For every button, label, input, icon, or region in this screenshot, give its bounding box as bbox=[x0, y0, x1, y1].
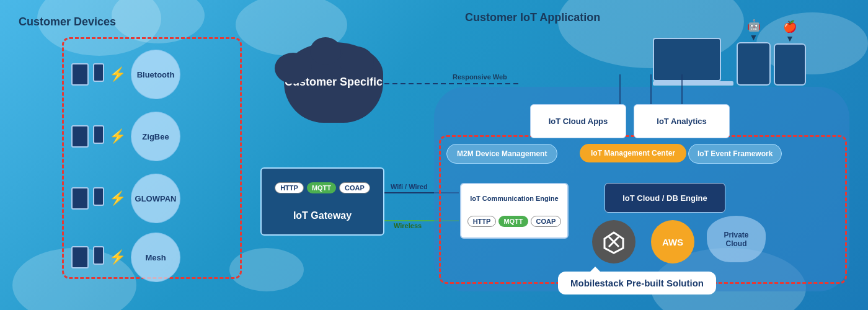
iot-management-pill: IoT Management Center bbox=[580, 144, 686, 162]
cloud-bump-3 bbox=[310, 37, 341, 65]
comm-http: HTTP bbox=[467, 216, 497, 227]
private-cloud: PrivateCloud bbox=[707, 216, 766, 262]
cloud-bump-1 bbox=[275, 53, 312, 84]
device-icon-1 bbox=[71, 63, 104, 86]
phone-icon-1 bbox=[93, 63, 104, 82]
tablet-icon-3 bbox=[71, 187, 89, 210]
android-icon: 🤖 bbox=[747, 19, 761, 32]
iot-cloud-apps-box: IoT Cloud Apps bbox=[530, 104, 626, 138]
cloud-bump-2 bbox=[340, 46, 374, 78]
device-icon-4 bbox=[71, 246, 104, 268]
m2m-pill: M2M Device Management bbox=[446, 144, 557, 164]
iot-comm-engine: IoT Communication Engine HTTP MQTT COAP bbox=[460, 183, 569, 239]
android-device: 🤖 ▼ bbox=[737, 19, 771, 86]
xively-icon bbox=[601, 229, 626, 254]
iot-analytics-box: IoT Analytics bbox=[634, 104, 730, 138]
down-arrow-2: ▼ bbox=[786, 33, 794, 43]
tablet-icon-4 bbox=[71, 246, 89, 268]
tablet-icon-2 bbox=[71, 125, 89, 148]
wifi-wired-label: Wifi / Wired bbox=[391, 183, 428, 190]
comm-engine-protocols: HTTP MQTT COAP bbox=[467, 216, 562, 227]
tablet-icon-1 bbox=[71, 63, 89, 86]
responsive-web-label: Responsive Web bbox=[453, 73, 507, 81]
iot-cloud-db-box: IoT Cloud / DB Engine bbox=[604, 183, 725, 213]
ipad-device bbox=[774, 43, 806, 86]
gateway-protocols: HTTP MQTT COAP bbox=[275, 182, 370, 193]
iot-cloud-apps-label: IoT Cloud Apps bbox=[549, 117, 608, 126]
comm-mqtt: MQTT bbox=[498, 216, 528, 227]
iot-cloud-db-label: IoT Cloud / DB Engine bbox=[622, 193, 707, 203]
mobilestack-callout: Mobilestack Pre-built Solution bbox=[558, 272, 716, 294]
apple-device: 🍎 ▼ bbox=[774, 20, 806, 86]
device-icon-2 bbox=[71, 125, 104, 148]
iot-gateway-label: IoT Gateway bbox=[293, 210, 352, 221]
mobilestack-label: Mobilestack Pre-built Solution bbox=[570, 278, 704, 288]
glowpan-bubble: GLOWPAN bbox=[131, 174, 180, 223]
customer-iot-app-label: Customer IoT Application bbox=[465, 11, 600, 24]
device-row-bluetooth: ⚡ Bluetooth bbox=[71, 50, 180, 99]
iot-gateway-box: HTTP MQTT COAP IoT Gateway bbox=[260, 167, 384, 236]
private-cloud-label: PrivateCloud bbox=[724, 231, 748, 248]
phone-icon-4 bbox=[93, 246, 104, 265]
device-row-zigbee: ⚡ ZigBee bbox=[71, 112, 180, 161]
mesh-bubble: Mesh bbox=[131, 232, 180, 282]
comm-coap: COAP bbox=[531, 216, 562, 227]
bluetooth-bubble: Bluetooth bbox=[131, 50, 180, 99]
down-arrow-1: ▼ bbox=[750, 32, 758, 42]
zigbee-bubble: ZigBee bbox=[131, 112, 180, 161]
gateway-mqtt-tag: MQTT bbox=[307, 182, 336, 193]
iot-analytics-label: IoT Analytics bbox=[657, 117, 706, 126]
apple-icon: 🍎 bbox=[783, 20, 797, 33]
device-icon-3 bbox=[71, 187, 104, 210]
device-row-glowpan: ⚡ GLOWPAN bbox=[71, 174, 180, 223]
tablet-device bbox=[737, 42, 771, 86]
phone-icon-3 bbox=[93, 187, 104, 206]
gateway-http-tag: HTTP bbox=[275, 182, 304, 193]
phone-icon-2 bbox=[93, 125, 104, 144]
dashed-connector bbox=[384, 81, 521, 87]
gateway-coap-tag: COAP bbox=[339, 182, 370, 193]
iot-event-pill: IoT Event Framework bbox=[688, 144, 782, 164]
lightning-1: ⚡ bbox=[109, 66, 126, 82]
aws-badge: AWS bbox=[651, 220, 694, 264]
lightning-4: ⚡ bbox=[109, 249, 126, 265]
lightning-3: ⚡ bbox=[109, 190, 126, 206]
aws-label: AWS bbox=[662, 237, 683, 247]
comm-engine-label: IoT Communication Engine bbox=[470, 195, 558, 202]
wireless-label: Wireless bbox=[394, 222, 422, 229]
customer-devices-label: Customer Devices bbox=[19, 16, 116, 29]
xively-badge bbox=[592, 220, 636, 264]
device-row-mesh: ⚡ Mesh bbox=[71, 232, 180, 282]
lightning-2: ⚡ bbox=[109, 128, 126, 144]
